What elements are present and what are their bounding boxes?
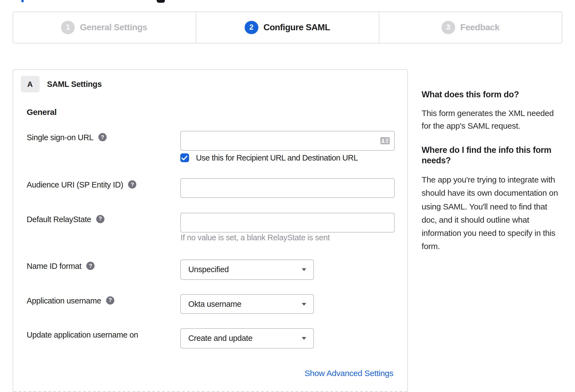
saml-settings-panel: A SAML Settings General Single sign-on U…	[12, 69, 408, 392]
update-username-row: Update application username on Create an…	[27, 328, 393, 348]
update-username-label-text: Update application username on	[27, 329, 138, 341]
sidebar-question-2: Where do I find the info this form needs…	[422, 145, 565, 165]
name-id-format-select[interactable]: Unspecified	[180, 260, 314, 280]
step-3-circle: 3	[441, 21, 455, 34]
sso-url-label-text: Single sign-on URL	[27, 131, 93, 143]
help-icon[interactable]: ?	[96, 215, 104, 223]
step-3-label: Feedback	[460, 23, 499, 32]
panel-title: SAML Settings	[47, 80, 102, 89]
section-letter-badge: A	[21, 76, 39, 92]
panel-header: A SAML Settings	[21, 76, 102, 92]
name-id-format-label-text: Name ID format	[27, 260, 81, 272]
sso-url-row: Single sign-on URL ?	[27, 131, 393, 151]
relay-state-row: Default RelayState ?	[27, 212, 393, 232]
step-1-circle: 1	[61, 21, 75, 34]
step-configure-saml[interactable]: 2 Configure SAML	[195, 12, 378, 43]
sidebar-answer-1: This form generates the XML needed for t…	[422, 107, 565, 132]
help-icon[interactable]: ?	[106, 296, 114, 304]
recipient-url-checkbox[interactable]	[180, 153, 189, 162]
help-sidebar: What does this form do? This form genera…	[422, 89, 565, 253]
sidebar-question-1: What does this form do?	[422, 89, 565, 100]
step-1-label: General Settings	[80, 23, 147, 32]
name-id-format-row: Name ID format ? Unspecified	[27, 260, 393, 280]
wizard-stepper: 1 General Settings 2 Configure SAML 3 Fe…	[12, 12, 562, 43]
relay-state-label: Default RelayState ?	[27, 212, 180, 232]
step-general-settings[interactable]: 1 General Settings	[13, 12, 195, 43]
application-username-label-text: Application username	[27, 294, 101, 307]
help-icon[interactable]: ?	[98, 133, 107, 141]
relay-state-hint: If no value is set, a blank RelayState i…	[181, 233, 330, 242]
dropdown-caret-icon	[302, 268, 306, 271]
group-title: General	[27, 107, 57, 117]
name-id-format-label: Name ID format ?	[27, 260, 180, 280]
application-username-select[interactable]: Okta username	[180, 294, 314, 314]
update-username-select[interactable]: Create and update	[180, 328, 314, 348]
cutoff-blue-element	[21, 0, 24, 2]
application-username-value: Okta username	[188, 300, 241, 308]
checkmark-icon	[181, 155, 187, 160]
sso-checkbox-row: Use this for Recipient URL and Destinati…	[180, 153, 358, 162]
help-icon[interactable]: ?	[86, 262, 95, 270]
relay-state-label-text: Default RelayState	[27, 213, 91, 225]
audience-uri-row: Audience URI (SP Entity ID) ?	[27, 178, 393, 198]
show-advanced-settings-link[interactable]: Show Advanced Settings	[305, 368, 393, 379]
cutoff-black-icon	[157, 0, 165, 2]
name-id-format-value: Unspecified	[188, 265, 229, 274]
application-username-row: Application username ? Okta username	[27, 294, 393, 314]
audience-uri-label: Audience URI (SP Entity ID) ?	[27, 178, 180, 198]
recipient-url-checkbox-label: Use this for Recipient URL and Destinati…	[196, 153, 358, 162]
step-2-label: Configure SAML	[263, 23, 330, 32]
help-icon[interactable]: ?	[128, 180, 136, 189]
contact-card-icon	[380, 137, 389, 144]
update-username-value: Create and update	[188, 334, 252, 343]
page: 1 General Settings 2 Configure SAML 3 Fe…	[0, 0, 575, 392]
audience-uri-input[interactable]	[180, 178, 394, 198]
update-username-label: Update application username on	[27, 328, 180, 348]
application-username-label: Application username ?	[27, 294, 180, 314]
sso-url-label: Single sign-on URL ?	[27, 131, 180, 151]
sso-url-input[interactable]	[180, 131, 394, 151]
dropdown-caret-icon	[302, 303, 306, 305]
sidebar-answer-2: The app you're trying to integrate with …	[422, 173, 565, 253]
step-2-circle: 2	[245, 21, 258, 34]
step-feedback[interactable]: 3 Feedback	[379, 12, 562, 43]
audience-uri-label-text: Audience URI (SP Entity ID)	[27, 179, 123, 191]
dropdown-caret-icon	[302, 337, 306, 340]
relay-state-input[interactable]	[180, 212, 394, 232]
